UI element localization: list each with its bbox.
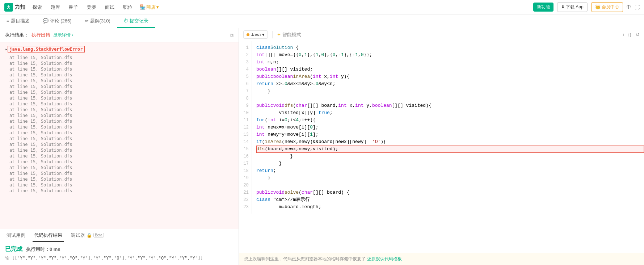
error-content: ▸ java.lang.StackOverflowError at line 1… bbox=[0, 42, 239, 229]
stack-trace-item: at line 15, Solution.dfs bbox=[5, 118, 233, 124]
right-panel: Java ▾ ✦ 智能模式 i {} ↺ 1234567891011121314… bbox=[239, 28, 644, 265]
tab-solutions-label: 题解(310) bbox=[90, 18, 110, 24]
copy-button[interactable]: ⧉ bbox=[230, 32, 233, 38]
stack-trace-item: at line 15, Solution.dfs bbox=[5, 153, 233, 159]
line-number: 14 bbox=[239, 138, 252, 146]
toolbar-divider bbox=[272, 31, 273, 38]
tab-comments[interactable]: 💬 评论 (266) bbox=[36, 14, 78, 28]
new-feature-button[interactable]: 新功能 bbox=[533, 3, 553, 12]
code-line: public void dfs(char[][] board,int x,int… bbox=[256, 102, 644, 109]
solutions-icon: ✏ bbox=[85, 18, 89, 24]
logo-icon: 力 bbox=[4, 3, 13, 12]
tab-description[interactable]: ≡ 题目描述 bbox=[0, 14, 36, 28]
error-type-badge: java.lang.StackOverflowError bbox=[8, 46, 84, 52]
result-time: 执行用时：0 ms bbox=[26, 246, 60, 253]
code-editor[interactable]: 1234567891011121314151617181920212223 cl… bbox=[239, 41, 644, 253]
execution-header: 执行结果： 执行出错 显示详情 › ⧉ bbox=[0, 28, 239, 42]
tab-submissions[interactable]: ⏱ 提交记录 bbox=[117, 14, 155, 28]
recovery-link[interactable]: 还原默认代码模板 bbox=[367, 256, 402, 262]
detail-link[interactable]: 显示详情 › bbox=[53, 32, 73, 38]
language-selector[interactable]: Java ▾ bbox=[243, 30, 268, 39]
nav-item-store[interactable]: 🏪 商店 ▾ bbox=[140, 4, 159, 10]
nav-item-community[interactable]: 圈子 bbox=[67, 4, 80, 10]
code-line: m=board.length; bbox=[256, 203, 644, 211]
stack-trace-item: at line 15, Solution.dfs bbox=[5, 188, 233, 194]
nav-item-problems[interactable]: 题库 bbox=[49, 4, 62, 10]
smart-mode-toggle[interactable]: ✦ 智能模式 bbox=[277, 31, 301, 38]
code-line: dfs(board,newx,newy,visited); bbox=[256, 146, 644, 153]
code-line: boolean[][] visited; bbox=[256, 66, 644, 73]
logo-text: 力扣 bbox=[14, 4, 25, 10]
download-app-button[interactable]: ⬇ 下载 App bbox=[557, 2, 588, 12]
code-line: } bbox=[256, 160, 644, 167]
vip-button[interactable]: 👑 会员中心 bbox=[591, 2, 623, 12]
code-line: int newy=y+move[i][1]; bbox=[256, 131, 644, 138]
result-output: 输 [["Y","Y","Y","Y","Y","O","Y"],"Y","Y"… bbox=[5, 255, 233, 261]
code-content[interactable]: class Solution { int[][] move={{0,1},{1,… bbox=[252, 41, 644, 214]
nav-item-explore[interactable]: 探索 bbox=[31, 4, 43, 10]
stack-trace-item: at line 15, Solution.dfs bbox=[5, 72, 233, 78]
code-lines-container: 1234567891011121314151617181920212223 cl… bbox=[239, 41, 644, 214]
tab-solutions[interactable]: ✏ 题解(310) bbox=[78, 14, 117, 28]
stack-trace: at line 15, Solution.dfsat line 15, Solu… bbox=[5, 55, 233, 194]
tab-test-case[interactable]: 测试用例 bbox=[5, 229, 27, 242]
language-label: Java bbox=[251, 32, 261, 37]
tab-submissions-label: 提交记录 bbox=[130, 18, 148, 24]
tab-code-result[interactable]: 代码执行结果 bbox=[33, 229, 64, 242]
reset-icon[interactable]: ↺ bbox=[636, 32, 640, 37]
comments-icon: 💬 bbox=[43, 18, 49, 24]
code-line: if(inArea(newx,newy)&&board[newx][newy]=… bbox=[256, 138, 644, 146]
lang-chevron-icon: ▾ bbox=[262, 32, 265, 37]
code-line: public void solve(char[][] board) { bbox=[256, 189, 644, 196]
nav-item-contest[interactable]: 竞赛 bbox=[85, 4, 98, 10]
code-line: class Solution { bbox=[256, 44, 644, 51]
stack-trace-item: at line 15, Solution.dfs bbox=[5, 60, 233, 66]
line-number: 16 bbox=[239, 153, 252, 160]
line-number: 12 bbox=[239, 124, 252, 131]
nav-item-interview[interactable]: 面试 bbox=[104, 4, 116, 10]
main-layout: 执行结果： 执行出错 显示详情 › ⧉ ▸ java.lang.StackOve… bbox=[0, 28, 644, 265]
line-number: 3 bbox=[239, 59, 252, 66]
code-line: } bbox=[256, 174, 644, 182]
expand-icon[interactable]: ⛶ bbox=[635, 4, 640, 10]
line-number: 4 bbox=[239, 66, 252, 73]
line-number: 6 bbox=[239, 80, 252, 88]
smart-dot-icon: ✦ bbox=[277, 32, 281, 37]
logo[interactable]: 力 力扣 bbox=[4, 3, 25, 12]
stack-trace-item: at line 15, Solution.dfs bbox=[5, 101, 233, 107]
code-line: return x>=0&&x<m&&y>=0&&y<n; bbox=[256, 80, 644, 88]
line-number: 15 bbox=[239, 146, 252, 153]
line-number: 9 bbox=[239, 102, 252, 109]
tabs-row: ≡ 题目描述 💬 评论 (266) ✏ 题解(310) ⏱ 提交记录 bbox=[0, 14, 644, 28]
java-dot bbox=[247, 33, 249, 36]
stack-trace-item: at line 15, Solution.dfs bbox=[5, 89, 233, 95]
stack-trace-item: at line 15, Solution.dfs bbox=[5, 165, 233, 171]
code-line: public boolean inArea(int x,int y){ bbox=[256, 73, 644, 80]
line-number: 20 bbox=[239, 182, 252, 189]
code-line: class="cm">//m表示行 bbox=[256, 196, 644, 203]
code-line bbox=[256, 182, 644, 189]
nav-item-jobs[interactable]: 职位 bbox=[122, 4, 134, 10]
editor-toolbar-right: i {} ↺ bbox=[623, 32, 640, 37]
stack-trace-item: at line 15, Solution.dfs bbox=[5, 142, 233, 147]
line-number: 10 bbox=[239, 109, 252, 117]
line-number: 5 bbox=[239, 73, 252, 80]
download-icon: ⬇ bbox=[561, 4, 565, 9]
format-icon[interactable]: {} bbox=[628, 32, 631, 37]
code-line: int[][] move={{0,1},{1,0},{0,-1},{-1,0}}… bbox=[256, 51, 644, 59]
bottom-tabs: 测试用例 代码执行结果 调试器 🔒 Beta bbox=[0, 229, 239, 242]
stack-trace-item: at line 15, Solution.dfs bbox=[5, 159, 233, 165]
recovery-notice: 您上次编辑到这里，代码已从您浏览器本地的临时存储中恢复了 还原默认代码模板 bbox=[239, 253, 644, 265]
store-icon: 🏪 bbox=[140, 4, 146, 10]
stack-trace-item: at line 15, Solution.dfs bbox=[5, 182, 233, 188]
info-icon[interactable]: i bbox=[623, 32, 624, 37]
code-line: } bbox=[256, 153, 644, 160]
language-switch[interactable]: 中 bbox=[627, 4, 631, 10]
code-line: return; bbox=[256, 167, 644, 174]
line-number: 18 bbox=[239, 167, 252, 174]
output-value: [["Y","Y","Y","Y","Y","O","Y"],"Y","Y","… bbox=[12, 256, 203, 261]
stack-trace-item: at line 15, Solution.dfs bbox=[5, 113, 233, 118]
line-number: 13 bbox=[239, 131, 252, 138]
code-line: } bbox=[256, 88, 644, 95]
tab-debugger[interactable]: 调试器 🔒 Beta bbox=[70, 229, 105, 242]
